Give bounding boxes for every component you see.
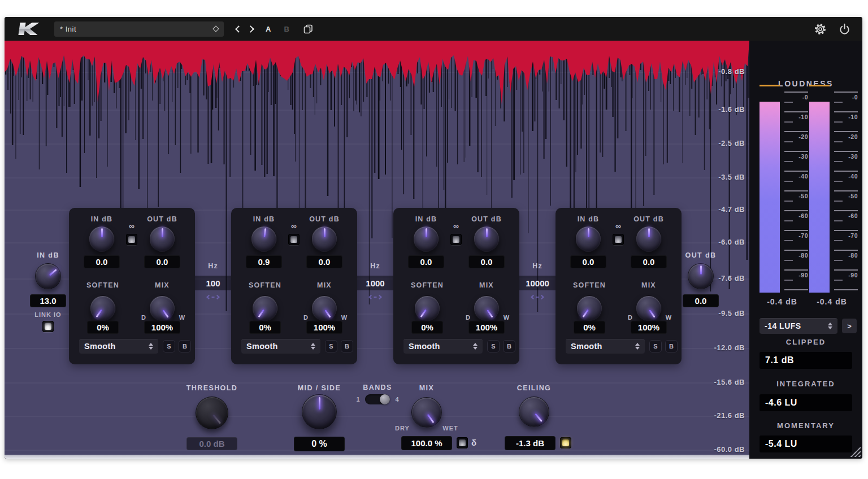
band-out-value[interactable]: 0.0 (306, 255, 342, 268)
band-bypass-button[interactable]: B (665, 340, 678, 352)
copy-icon[interactable] (303, 24, 313, 34)
bottom-edge-strip (5, 455, 749, 459)
band-mix-value[interactable]: 100% (306, 321, 342, 334)
band-infinity-toggle[interactable] (613, 234, 624, 245)
band-soften-knob[interactable] (90, 295, 116, 321)
ab-compare-b-button[interactable]: B (284, 25, 289, 33)
crossover-drag-icon[interactable] (532, 295, 544, 299)
bands-count-toggle[interactable] (365, 394, 390, 404)
band-infinity-toggle[interactable] (126, 234, 137, 245)
band-in-value[interactable]: 0.0 (84, 255, 120, 268)
ab-compare-a-button[interactable]: A (266, 25, 271, 33)
band-mode-dropdown[interactable]: Smooth (403, 339, 483, 354)
mid-side-knob[interactable] (302, 394, 337, 429)
preset-name: * Init (60, 25, 214, 33)
crossover-drag-icon[interactable] (370, 295, 381, 299)
band-out-knob[interactable] (474, 226, 500, 252)
band-solo-button[interactable]: S (649, 340, 662, 352)
master-in-value[interactable]: 13.0 (30, 294, 66, 307)
band-mix-knob[interactable] (474, 295, 500, 321)
band-soften-knob[interactable] (414, 295, 440, 321)
link-io-toggle[interactable] (42, 321, 54, 332)
band-mix-value[interactable]: 100% (468, 321, 505, 334)
loudness-expand-button[interactable]: > (842, 319, 857, 333)
master-out-knob[interactable] (688, 263, 714, 289)
crossover-drag-icon[interactable] (207, 295, 219, 299)
infinity-label: ∞ (291, 221, 297, 230)
meter-tick-minor (784, 220, 793, 221)
band-in-value[interactable]: 0.0 (570, 255, 606, 268)
band-out-knob[interactable] (636, 226, 662, 252)
band-out-value[interactable]: 0.0 (468, 255, 505, 268)
meter-tick-major (834, 151, 858, 152)
band-bypass-button[interactable]: B (341, 340, 353, 352)
toggle-knob (380, 394, 390, 404)
band-in-knob[interactable] (251, 226, 277, 252)
band-mix-knob[interactable] (149, 295, 175, 321)
updown-arrows-icon (149, 343, 153, 350)
meter-scale-label: -20 (848, 133, 858, 140)
band-out-knob[interactable] (311, 226, 337, 252)
global-mix-knob[interactable] (411, 397, 442, 428)
band-out-knob[interactable] (149, 226, 175, 252)
band-mix-value[interactable]: 100% (144, 321, 180, 334)
mid-side-value[interactable]: 0 % (294, 437, 345, 451)
ceiling-value[interactable]: -1.3 dB (505, 436, 555, 450)
delta-lamp-icon (459, 439, 466, 446)
band-in-knob[interactable] (413, 226, 439, 252)
band-soften-label: SOFTEN (573, 281, 606, 289)
band-soften-knob[interactable] (252, 295, 278, 321)
master-out-value[interactable]: 0.0 (683, 294, 719, 307)
ceiling-knob[interactable] (519, 397, 549, 427)
band-soften-value[interactable]: 0% (411, 321, 443, 334)
settings-gear-icon[interactable] (814, 23, 827, 36)
band-solo-button[interactable]: S (325, 340, 337, 352)
band-in-value[interactable]: 0.9 (246, 255, 282, 268)
band-infinity-toggle[interactable] (288, 234, 300, 245)
band-soften-value[interactable]: 0% (87, 321, 119, 334)
band-mix-value[interactable]: 100% (631, 321, 667, 334)
meter-scale-label: -30 (848, 153, 858, 160)
band-out-value[interactable]: 0.0 (144, 255, 180, 268)
threshold-knob[interactable] (196, 397, 228, 429)
ceiling-enable-toggle[interactable] (560, 437, 571, 448)
band-bypass-button[interactable]: B (179, 340, 191, 352)
band-soften-value[interactable]: 0% (574, 321, 605, 334)
band-mode-dropdown[interactable]: Smooth (79, 339, 158, 354)
meter-tick-major (784, 230, 808, 231)
crossover-freq-value[interactable]: 10000 (519, 276, 555, 290)
integrated-label: INTEGRATED (776, 380, 835, 388)
meter-scale-label: -70 (798, 232, 808, 239)
preset-selector[interactable]: * Init (54, 21, 224, 37)
power-icon[interactable] (838, 23, 851, 36)
band-soften-value[interactable]: 0% (249, 321, 281, 334)
updown-arrows-icon (635, 343, 640, 350)
band-out-value[interactable]: 0.0 (631, 255, 667, 268)
global-mix-value[interactable]: 100.0 % (401, 436, 452, 450)
next-preset-button[interactable] (247, 25, 254, 33)
meter-tick-major (784, 210, 808, 211)
band-in-knob[interactable] (575, 226, 601, 252)
band-soften-knob[interactable] (576, 295, 602, 321)
band-infinity-toggle[interactable] (450, 234, 462, 245)
band-in-value[interactable]: 0.0 (408, 255, 444, 268)
band-in-knob[interactable] (89, 226, 115, 252)
crossover-freq-value[interactable]: 1000 (357, 276, 393, 290)
meter-scale-label: -90 (798, 272, 808, 278)
threshold-value[interactable]: 0.0 dB (186, 437, 237, 450)
crossover-freq-value[interactable]: 100 (195, 276, 231, 290)
master-in-knob[interactable] (35, 263, 61, 289)
band-wet-label: W (179, 314, 185, 321)
band-mix-knob[interactable] (311, 295, 337, 321)
band-solo-button[interactable]: S (487, 340, 500, 352)
crossover-column: Hz 10000 (519, 208, 555, 364)
delta-monitor-toggle[interactable] (457, 437, 468, 448)
loudness-meter-right: -0-10-20-30-40-50-60-70-80-90 (809, 84, 858, 294)
band-mode-dropdown[interactable]: Smooth (566, 339, 645, 354)
lufs-target-dropdown[interactable]: -14 LUFS (760, 318, 837, 334)
band-mix-knob[interactable] (636, 295, 662, 321)
band-solo-button[interactable]: S (163, 340, 175, 352)
band-mode-dropdown[interactable]: Smooth (241, 339, 320, 354)
prev-preset-button[interactable] (235, 25, 242, 33)
band-bypass-button[interactable]: B (503, 340, 515, 352)
